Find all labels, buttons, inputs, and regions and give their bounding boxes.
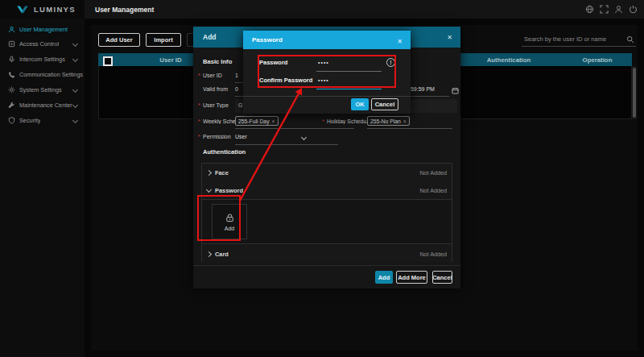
user-icon: [8, 26, 15, 33]
chevron-down-icon: [206, 187, 212, 193]
sidebar-item-communication-settings[interactable]: Communication Settings: [0, 67, 85, 82]
password-expanded-panel: Add: [202, 199, 452, 244]
authentication-accordion: Face Not Added Password Not Added Add Ca…: [201, 163, 452, 262]
permission-underline: [235, 144, 338, 145]
sidebar-item-system-settings[interactable]: System Settings: [0, 82, 85, 98]
topbar: User Management: [85, 0, 644, 19]
weekly-schedule-tag[interactable]: 255-Full Day ×: [235, 116, 279, 126]
sidebar-item-security[interactable]: Security: [0, 113, 85, 128]
basic-info-heading: Basic Info: [203, 58, 232, 65]
password-value[interactable]: ••••: [318, 60, 329, 65]
intercom-icon: [8, 56, 15, 63]
sidebar-item-access-control[interactable]: Access Control: [0, 36, 85, 52]
close-icon[interactable]: ✕: [397, 31, 402, 52]
column-header-operation[interactable]: Operation: [565, 53, 630, 66]
page-title: User Management: [95, 6, 154, 14]
cancel-button[interactable]: Cancel: [432, 271, 452, 284]
accordion-row-card[interactable]: Card Not Added: [202, 245, 452, 263]
accordion-row-password[interactable]: Password Not Added: [202, 181, 452, 199]
fullscreen-icon[interactable]: [600, 5, 609, 14]
sidebar-item-user-management[interactable]: User Management: [0, 22, 85, 37]
holiday-schedule-tag[interactable]: 255-No Plan ×: [367, 116, 410, 126]
password-label: Password: [259, 59, 287, 66]
add-user-button[interactable]: Add User: [98, 33, 140, 47]
dialog-cancel-button[interactable]: Cancel: [371, 98, 398, 110]
permission-value[interactable]: User: [235, 134, 247, 139]
chevron-down-icon: [72, 118, 78, 123]
shield-icon: [8, 117, 15, 124]
sidebar-item-intercom-settings[interactable]: Intercom Settings: [0, 52, 85, 67]
valid-from-value-left[interactable]: 0: [235, 86, 238, 92]
sidebar-item-maintenance-center[interactable]: Maintenance Center: [0, 98, 85, 113]
confirm-password-value[interactable]: ••••: [318, 77, 329, 83]
permission-label: Permission: [203, 134, 237, 139]
valid-from-label: Valid from: [203, 86, 237, 92]
add-modal-title: Add: [203, 33, 217, 41]
dialog-footer-divider: [243, 96, 411, 97]
tag-remove-icon[interactable]: ×: [272, 118, 275, 124]
wrench-icon: [8, 102, 15, 109]
globe-icon[interactable]: [585, 5, 594, 14]
password-dialog-header: Password ✕: [243, 31, 411, 49]
add-button[interactable]: Add: [375, 271, 393, 284]
password-dialog: Password ✕ Password •••• ! Confirm Passw…: [243, 31, 411, 114]
calendar-icon[interactable]: [452, 87, 459, 94]
chevron-down-icon: [72, 87, 78, 93]
scrollbar-thumb[interactable]: [633, 68, 636, 118]
required-marker: *: [198, 102, 200, 108]
password-info-icon[interactable]: !: [386, 58, 395, 67]
chevron-right-icon: [206, 251, 212, 257]
holiday-schedule-label: Holiday Schedu..: [327, 118, 369, 124]
access-control-icon: [8, 40, 15, 48]
status-badge: Not Added: [419, 169, 447, 176]
search-icon[interactable]: [626, 35, 634, 44]
table-scrollbar: [632, 66, 637, 119]
chevron-right-icon: [206, 170, 212, 176]
accordion-row-face[interactable]: Face Not Added: [202, 164, 452, 182]
user-type-value: G: [238, 102, 242, 108]
weekly-schedule-label: Weekly Schedul..: [203, 118, 237, 124]
chevron-down-icon: [72, 56, 78, 62]
add-tile-label: Add: [225, 226, 234, 231]
chevron-down-icon: [72, 102, 78, 108]
chevron-down-icon: [72, 41, 78, 47]
weekly-schedule-underline: [235, 128, 354, 129]
power-icon[interactable]: [629, 5, 638, 14]
confirm-password-underline: [316, 89, 382, 89]
logo-text: LUMINYS: [34, 5, 76, 14]
app-window: LUMINYS User Management: [0, 0, 644, 357]
status-badge: Not Added: [419, 187, 447, 194]
column-header-authentication[interactable]: Authentication: [464, 53, 553, 66]
gear-icon: [8, 86, 15, 93]
sidebar: User Management Access Control Intercom …: [0, 19, 85, 357]
close-icon[interactable]: ✕: [447, 27, 452, 48]
tag-text: 255-No Plan: [370, 118, 401, 124]
required-marker: *: [198, 134, 200, 139]
required-marker: *: [198, 118, 200, 124]
holiday-schedule-underline: [367, 128, 452, 129]
add-more-button[interactable]: Add More: [396, 271, 427, 284]
status-badge: Not Added: [419, 251, 447, 258]
search-input[interactable]: [522, 32, 636, 47]
select-all-checkbox[interactable]: [103, 56, 113, 66]
user-icon[interactable]: [614, 5, 623, 14]
import-button[interactable]: Import: [146, 33, 181, 47]
user-id-label: User ID: [203, 73, 237, 78]
valid-from-value-right[interactable]: :59:59 PM: [409, 86, 435, 92]
search-field: [522, 32, 636, 48]
required-marker: *: [198, 73, 200, 78]
lock-icon: [225, 213, 235, 223]
ok-button[interactable]: OK: [351, 98, 369, 110]
user-id-value[interactable]: 1: [235, 73, 238, 78]
tag-remove-icon[interactable]: ×: [403, 118, 407, 124]
phone-icon: [8, 71, 15, 78]
user-type-label: User Type: [203, 102, 237, 108]
required-marker: *: [322, 118, 324, 124]
password-dialog-title: Password: [252, 36, 283, 44]
tag-text: 255-Full Day: [238, 118, 270, 124]
password-add-tile[interactable]: Add: [212, 204, 247, 239]
chevron-down-icon[interactable]: [302, 135, 306, 139]
topbar-logo-area: LUMINYS: [0, 0, 85, 19]
luminys-logo-icon: [16, 5, 29, 15]
authentication-heading: Authentication: [203, 148, 246, 156]
